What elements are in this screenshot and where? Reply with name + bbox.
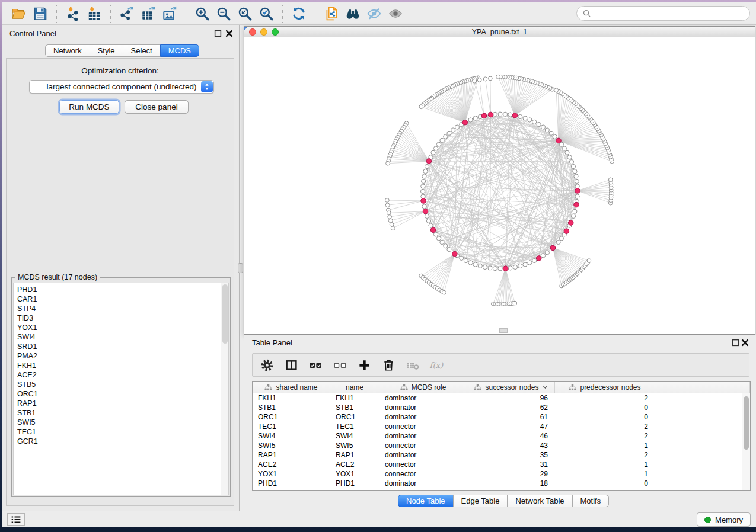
delete-row-icon[interactable] (380, 357, 397, 373)
tab-style[interactable]: Style (90, 44, 123, 57)
network-window-titlebar[interactable]: YPA_prune.txt_1 (244, 27, 755, 37)
mcds-node-item[interactable]: ORC1 (14, 389, 220, 399)
cell-MCDS-role: connector (379, 422, 467, 431)
zoom-selected-icon[interactable] (256, 4, 277, 23)
float-table-panel-icon[interactable] (732, 338, 739, 346)
columns-icon[interactable] (283, 357, 299, 373)
close-panel-icon[interactable] (225, 29, 233, 37)
close-panel-button[interactable]: Close panel (125, 100, 189, 114)
tab-mcds[interactable]: MCDS (160, 44, 199, 57)
cell-successor-nodes: 96 (467, 393, 555, 403)
cell-MCDS-role: dominator (379, 403, 467, 412)
cell-predecessor-nodes: 2 (555, 393, 655, 403)
memory-button[interactable]: Memory (697, 512, 751, 527)
hide-unselected-icon[interactable] (363, 4, 385, 23)
table-row[interactable]: ORC1ORC1dominator610 (253, 412, 742, 422)
export-network-icon[interactable] (116, 4, 138, 23)
table-scrollbar-thumb[interactable] (744, 396, 749, 450)
table-row[interactable]: ACE2ACE2connector311 (253, 460, 742, 469)
mcds-panel: Optimization criterion: largest connecte… (6, 58, 234, 506)
tab-network-table[interactable]: Network Table (507, 495, 572, 507)
mcds-node-item[interactable]: ACE2 (14, 370, 220, 380)
import-network-icon[interactable] (62, 4, 84, 23)
export-table-icon[interactable] (138, 4, 159, 23)
optimization-criterion-value: largest connected component (undirected) (47, 82, 197, 91)
mcds-node-item[interactable]: GCR1 (14, 437, 220, 446)
network-canvas[interactable] (244, 37, 755, 334)
mcds-node-item[interactable]: STB1 (14, 408, 220, 418)
table-row[interactable]: TEC1TEC1connector472 (253, 422, 742, 431)
cell-name: TEC1 (330, 422, 379, 431)
copy-share-icon[interactable] (321, 4, 342, 23)
mcds-node-item[interactable]: FKH1 (14, 361, 220, 370)
run-mcds-button[interactable]: Run MCDS (59, 100, 119, 114)
mcds-node-item[interactable]: PMA2 (14, 351, 220, 361)
mcds-list-scrollbar[interactable] (221, 283, 228, 495)
column-header-shared-name[interactable]: shared name (253, 382, 330, 393)
table-row[interactable]: SWI4SWI4dominator462 (253, 431, 742, 441)
mcds-node-item[interactable]: YOX1 (14, 323, 220, 332)
main-toolbar (2, 2, 756, 25)
close-table-panel-icon[interactable] (741, 338, 749, 346)
mcds-result-items: PHD1CAR1STP4TID3YOX1SWI4SRD1PMA2FKH1ACE2… (14, 285, 220, 446)
select-all-icon[interactable] (307, 357, 324, 373)
column-header-successor-nodes[interactable]: successor nodes (467, 382, 555, 393)
add-row-icon[interactable] (356, 357, 372, 373)
table-row[interactable]: STB1STB1dominator620 (253, 403, 742, 412)
import-table-icon[interactable] (84, 4, 105, 23)
mcds-node-item[interactable]: STP4 (14, 304, 220, 313)
open-folder-icon[interactable] (8, 4, 30, 23)
optimization-criterion-label: Optimization criterion: (7, 66, 234, 75)
mcds-node-item[interactable]: SWI5 (14, 418, 220, 427)
cell-name: STB1 (330, 403, 379, 412)
cell-MCDS-role: dominator (379, 479, 467, 488)
zoom-out-icon[interactable] (213, 4, 234, 23)
canvas-scroll-nub[interactable] (499, 328, 508, 333)
mcds-node-item[interactable]: TID3 (14, 313, 220, 323)
float-panel-icon[interactable] (214, 29, 222, 37)
column-header-MCDS-role[interactable]: MCDS role (379, 382, 467, 393)
table-tabs: Node TableEdge TableNetwork TableMotifs (398, 495, 609, 507)
svg-text:f(x): f(x) (430, 361, 444, 370)
search-box[interactable] (576, 6, 750, 21)
cell-MCDS-role: dominator (379, 412, 467, 422)
settings-icon[interactable] (259, 357, 275, 373)
cell-shared-name: ORC1 (253, 412, 330, 422)
table-scrollbar[interactable] (742, 393, 750, 490)
mcds-node-item[interactable]: TEC1 (14, 427, 220, 437)
mcds-scrollbar-thumb[interactable] (222, 284, 228, 344)
optimization-criterion-select[interactable]: largest connected component (undirected) (29, 80, 214, 94)
refresh-icon[interactable] (288, 4, 310, 23)
table-row[interactable]: PHD1PHD1dominator180 (253, 479, 742, 488)
show-all-icon[interactable] (385, 4, 406, 23)
panel-menu-button[interactable] (7, 513, 25, 526)
column-header-predecessor-nodes[interactable]: predecessor nodes (555, 382, 655, 393)
table-row[interactable]: RAP1RAP1dominator352 (253, 450, 742, 460)
column-header-name[interactable]: name (330, 382, 379, 393)
deselect-all-icon[interactable] (331, 357, 348, 373)
search-input[interactable] (594, 9, 744, 18)
mcds-node-item[interactable]: SWI4 (14, 332, 220, 342)
tab-select[interactable]: Select (123, 44, 161, 57)
mcds-node-item[interactable]: STB5 (14, 380, 220, 389)
tab-node-table[interactable]: Node Table (398, 495, 454, 507)
table-row[interactable]: YOX1YOX1connector291 (253, 469, 742, 479)
mcds-node-item[interactable]: SRD1 (14, 342, 220, 351)
zoom-fit-icon[interactable] (234, 4, 256, 23)
status-bar: Memory (2, 511, 756, 527)
mcds-node-item[interactable]: PHD1 (14, 285, 220, 294)
binoculars-icon[interactable] (342, 4, 363, 23)
tab-edge-table[interactable]: Edge Table (453, 495, 508, 507)
tab-network[interactable]: Network (45, 44, 90, 57)
zoom-in-icon[interactable] (192, 4, 213, 23)
mcds-node-item[interactable]: CAR1 (14, 294, 220, 304)
network-graph[interactable] (244, 37, 755, 334)
export-image-icon[interactable] (159, 4, 180, 23)
table-row[interactable]: SWI5SWI5connector431 (253, 441, 742, 450)
tab-motifs[interactable]: Motifs (572, 495, 610, 507)
mcds-node-item[interactable]: RAP1 (14, 399, 220, 408)
cell-shared-name: YOX1 (253, 469, 330, 479)
save-icon[interactable] (30, 4, 51, 23)
split-pane-handle[interactable] (238, 263, 243, 273)
table-row[interactable]: FKH1FKH1dominator962 (253, 393, 742, 403)
